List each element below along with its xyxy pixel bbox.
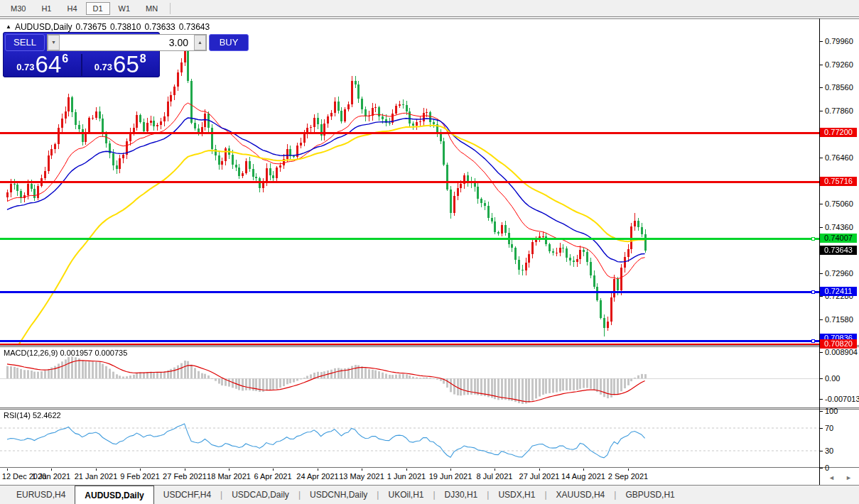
rsi-indicator-label: RSI(14) 52.4622	[4, 411, 61, 420]
timeframe-button-d1[interactable]: D1	[86, 2, 110, 15]
macd-rsi-separator[interactable]	[0, 407, 859, 410]
tab-xauusd-h4[interactable]: XAUUSD,H4	[547, 486, 615, 504]
ohlc-open: 0.73675	[76, 22, 107, 32]
tab-audusd-daily[interactable]: AUDUSD,Daily	[75, 486, 153, 504]
price-axis-tick-mark	[819, 111, 823, 111]
macd-axis-tick-label: 0.008904	[825, 348, 858, 356]
tab-usdcad-daily[interactable]: USDCAD,Daily	[222, 486, 298, 504]
date-axis-label: 27 Jul 2021	[519, 472, 560, 481]
rsi-axis-tick-mark	[819, 411, 823, 412]
price-axis-tick-label: 0.72960	[825, 269, 853, 278]
price-axis-tick-label: 0.76460	[825, 153, 853, 162]
ask-main-digits: 65	[113, 53, 139, 75]
date-axis-tick-mark	[318, 469, 318, 471]
price-axis-tick-mark	[819, 319, 823, 320]
hline-price-label-0.74007: 0.74007	[820, 234, 857, 243]
timeframe-button-mn[interactable]: MN	[139, 2, 165, 15]
macd-indicator-label: MACD(12,26,9) 0.001957 0.000735	[4, 349, 127, 357]
price-axis-tick-mark	[819, 204, 823, 204]
date-axis-label: 1 Jan 2021	[32, 472, 70, 481]
volume-input[interactable]	[60, 35, 194, 50]
hline-anchor-handle[interactable]	[811, 237, 815, 241]
price-axis-tick-label: 0.79960	[825, 37, 853, 45]
date-axis-tick-mark	[140, 469, 141, 471]
price-axis-tick-label: 0.79260	[825, 60, 853, 69]
volume-decrease-button[interactable]: ▼	[48, 35, 60, 50]
hline-anchor-handle[interactable]	[811, 290, 815, 294]
buy-button[interactable]: BUY	[209, 34, 249, 51]
date-axis-tick-mark	[7, 469, 8, 471]
sell-button[interactable]: SELL	[5, 34, 45, 51]
hline-anchor-handle[interactable]	[811, 339, 815, 343]
price-axis-tick-mark	[819, 65, 823, 65]
date-axis-tick-mark	[51, 469, 52, 471]
tab-eurusd-h4[interactable]: EURUSD,H4	[7, 486, 75, 504]
rsi-indicator-canvas[interactable]	[0, 410, 819, 467]
chart-tab-bar: EURUSD,H4AUDUSD,DailyUSDCHF,H4|USDCAD,Da…	[0, 485, 859, 504]
hline-price-label-0.77200: 0.77200	[820, 128, 857, 137]
ohlc-low: 0.73633	[144, 22, 175, 32]
tab-usdchf-h4[interactable]: USDCHF,H4	[154, 486, 220, 504]
trade-panel-top-row: SELL ▼ ▲ BUY	[5, 34, 158, 51]
scroll-left-icon[interactable]: ◄	[828, 474, 835, 481]
timeframe-button-w1[interactable]: W1	[112, 2, 138, 15]
price-axis-tick-label: 0.71580	[825, 315, 853, 324]
date-axis-label: 1 Jun 2021	[387, 472, 426, 481]
date-axis-tick-mark	[96, 469, 97, 471]
rsi-axis-tick-mark	[819, 428, 823, 429]
hline-price-label-0.70820: 0.70820	[820, 339, 857, 349]
price-axis-tick-mark	[819, 41, 823, 42]
date-axis-label: 21 Jan 2021	[75, 472, 118, 481]
price-axis-tick-label: 0.78560	[825, 83, 853, 92]
tab-dj30-h1[interactable]: DJ30,H1	[436, 486, 487, 504]
toolbar-separator	[170, 3, 171, 14]
price-axis-tick-mark	[819, 87, 823, 88]
price-axis-tick-mark	[819, 296, 823, 297]
ask-pip-digit: 8	[140, 53, 146, 65]
date-axis-tick-mark	[229, 469, 229, 471]
rsi-axis-tick-label: 0	[825, 464, 829, 472]
chart-macd-separator[interactable]	[0, 345, 859, 347]
timeframe-button-m30[interactable]: M30	[4, 2, 33, 15]
date-axis-label: 9 Feb 2021	[120, 472, 160, 481]
ohlc-close: 0.73643	[179, 22, 210, 32]
date-axis-label: 13 May 2021	[339, 472, 384, 481]
spin-down-icon: ▼	[51, 40, 56, 45]
scroll-right-icon[interactable]: ►	[846, 474, 852, 481]
date-axis-tick-mark	[495, 469, 495, 471]
date-axis-label: 6 Apr 2021	[254, 472, 291, 481]
tab-ukoil-h1[interactable]: UKOil,H1	[379, 486, 433, 504]
date-axis-tick-mark	[628, 469, 629, 471]
chart-symbol-label: AUDUSD,Daily	[15, 22, 72, 32]
ask-prefix: 0.73	[94, 62, 112, 72]
bid-main-digits: 64	[36, 53, 62, 75]
rsi-axis-tick-label: 30	[825, 447, 833, 455]
date-axis-tick-mark	[406, 469, 407, 471]
bid-prefix: 0.73	[16, 62, 34, 72]
ask-quote[interactable]: 0.73 65 8	[83, 53, 158, 76]
price-axis-tick-mark	[819, 227, 823, 228]
macd-axis-tick-label: -0.007013	[825, 395, 859, 403]
macd-axis-tick-mark	[819, 352, 823, 353]
date-axis-tick-mark	[450, 469, 451, 471]
rsi-dateaxis-separator	[0, 467, 859, 468]
volume-increase-button[interactable]: ▲	[194, 35, 206, 50]
tab-gbpusd-h1[interactable]: GBPUSD,H1	[616, 486, 684, 504]
timeframe-button-h1[interactable]: H1	[34, 2, 58, 15]
chart-symbol-marker-icon: ▲	[6, 23, 11, 30]
tab-usdcnh-daily[interactable]: USDCNH,Daily	[301, 486, 377, 504]
date-axis-tick-mark	[273, 469, 274, 471]
date-axis-label: 18 Mar 2021	[207, 472, 251, 481]
date-axis-label: 19 Jun 2021	[429, 472, 472, 481]
tab-usdx-h1[interactable]: USDX,H1	[489, 486, 544, 504]
chart-title: ▲AUDUSD,Daily0.736750.738100.736330.7364…	[6, 22, 213, 32]
timeframe-button-h4[interactable]: H4	[60, 2, 84, 15]
date-axis-label: 14 Aug 2021	[561, 472, 605, 481]
rsi-axis-tick-label: 70	[825, 424, 833, 432]
mt4-window: M30H1H4D1W1MN ▲AUDUSD,Daily0.736750.7381…	[0, 0, 859, 504]
date-axis-tick-mark	[362, 469, 362, 471]
price-axis-tick-label: 0.77860	[825, 106, 853, 115]
price-axis-tick-mark	[819, 158, 823, 158]
date-axis-label: 24 Apr 2021	[296, 472, 338, 481]
bid-quote[interactable]: 0.73 64 6	[5, 53, 80, 76]
